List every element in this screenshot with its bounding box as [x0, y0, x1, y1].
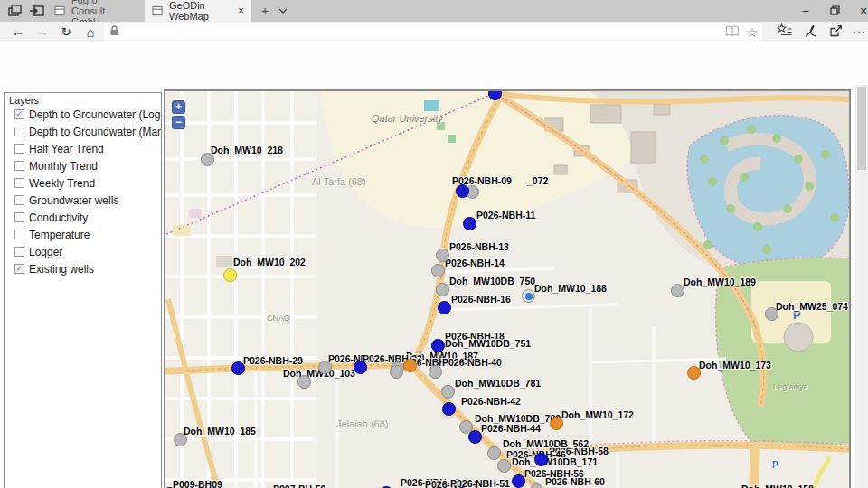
well-marker-gray[interactable]	[487, 446, 501, 460]
layer-checkbox[interactable]	[14, 178, 24, 188]
tab-fugro[interactable]: Fugro Consult GmbH	[47, 0, 141, 22]
back-button[interactable]: ←	[9, 23, 27, 41]
settings-ellipsis-icon[interactable]: ⋯	[850, 23, 868, 41]
page-favicon-icon	[54, 5, 66, 16]
well-marker-Doh_MW10_103[interactable]	[297, 375, 311, 389]
tab-geodin-webmap[interactable]: GeODin WebMap ×	[145, 0, 251, 22]
layer-row-3: Monthly Trend	[14, 160, 161, 172]
well-marker-P026-NBH-16[interactable]	[438, 301, 451, 314]
well-marker-P026-NBH-13[interactable]	[436, 249, 449, 262]
reading-view-icon[interactable]	[722, 24, 742, 41]
web-page: Layers ✓Depth to Groundwater (Logger)Dep…	[0, 42, 868, 488]
chevron-down-icon[interactable]	[277, 5, 289, 16]
well-marker-Doh_MW10DB_750[interactable]	[436, 283, 449, 296]
well-marker-Doh_MW10_218[interactable]	[201, 153, 214, 166]
restore-button[interactable]	[821, 0, 848, 22]
well-marker-P026-NBH-56[interactable]	[512, 474, 525, 488]
map-canvas[interactable]: Qatar UniversityAl Tarfa (68)CNAQJelaiah…	[164, 89, 851, 488]
layer-row-2: Half Year Trend	[14, 143, 161, 155]
layer-checkbox[interactable]	[14, 161, 24, 171]
well-marker-P026-NBH-60[interactable]	[530, 483, 543, 488]
well-marker-blue[interactable]	[488, 89, 502, 100]
home-button[interactable]: ⌂	[81, 23, 99, 41]
layer-label: Existing wells	[29, 263, 94, 276]
layer-row-0: ✓Depth to Groundwater (Logger)	[14, 108, 161, 120]
browser-window: Fugro Consult GmbH GeODin WebMap × + – ×…	[0, 0, 868, 488]
refresh-button[interactable]: ↻	[57, 23, 75, 41]
well-marker-P026-NBH-11[interactable]	[463, 217, 476, 230]
layer-row-9: ✓Existing wells	[14, 263, 161, 275]
layers-panel-title: Layers	[9, 95, 161, 106]
layer-checkbox[interactable]	[14, 144, 24, 154]
layers-list: ✓Depth to Groundwater (Logger)Depth to G…	[5, 108, 161, 275]
scrollbar-thumb[interactable]	[857, 87, 866, 170]
layer-label: Half Year Trend	[29, 143, 104, 155]
layers-panel: Layers ✓Depth to Groundwater (Logger)Dep…	[4, 92, 162, 488]
layer-row-5: Groundwater wells	[14, 194, 161, 206]
zoom-in-button[interactable]: +	[172, 100, 185, 114]
new-tab-button[interactable]: +	[257, 2, 273, 20]
layer-row-1: Depth to Groundwater (Manual)	[14, 126, 161, 137]
minimize-button[interactable]: –	[792, 0, 819, 22]
well-marker-Doh_MW10_173[interactable]	[687, 366, 701, 380]
well-marker-gray[interactable]	[429, 365, 442, 379]
layer-checkbox[interactable]: ✓	[14, 264, 24, 274]
well-marker-P026-NBH-44[interactable]	[468, 430, 482, 444]
tab-bar: Fugro Consult GmbH GeODin WebMap × + – ×	[0, 0, 868, 22]
hub-icon[interactable]	[776, 23, 794, 41]
layer-row-4: Weekly Trend	[14, 177, 161, 189]
well-marker-blue[interactable]	[354, 361, 367, 374]
layer-checkbox[interactable]	[14, 247, 24, 257]
layer-checkbox[interactable]	[14, 127, 24, 136]
well-marker-Doh_MW10_172[interactable]	[550, 417, 563, 430]
well-marker-Doh_MW10_187[interactable]	[403, 359, 417, 372]
well-marker-gray[interactable]	[318, 361, 332, 374]
share-icon[interactable]	[826, 23, 844, 41]
web-note-pen-icon[interactable]	[801, 23, 819, 41]
lock-icon	[104, 24, 124, 41]
well-marker-Doh_MW10_185[interactable]	[174, 433, 187, 446]
restore-icon	[830, 5, 840, 15]
forward-button[interactable]: →	[33, 23, 52, 41]
well-marker-P026-NBH-09[interactable]	[456, 184, 469, 198]
page-scrollbar[interactable]	[855, 85, 868, 488]
address-bar[interactable]: ☆	[104, 23, 762, 41]
layer-label: Depth to Groundwater (Logger)	[29, 108, 162, 121]
layer-label: Weekly Trend	[29, 177, 95, 190]
layer-row-8: Logger	[14, 246, 161, 258]
navigation-bar: ← → ↻ ⌂ ☆	[0, 22, 868, 42]
zoom-out-button[interactable]: −	[172, 116, 185, 129]
close-window-button[interactable]: ×	[850, 0, 868, 22]
layer-row-6: Conductivity	[14, 211, 161, 223]
layer-label: Temperature	[29, 229, 90, 241]
well-marker-Doh_MW10_202[interactable]	[223, 268, 237, 282]
layer-checkbox[interactable]	[14, 195, 24, 205]
close-tab-icon[interactable]: ×	[238, 6, 244, 15]
well-marker-P026-NBH-58[interactable]	[534, 453, 548, 466]
selected-well-dot	[525, 293, 533, 300]
well-marker-P026-NBH-14[interactable]	[431, 264, 445, 277]
layer-checkbox[interactable]: ✓	[14, 109, 24, 119]
well-marker-Doh_MW10DB_781[interactable]	[441, 385, 455, 399]
well-marker-gray[interactable]	[497, 459, 511, 473]
layer-checkbox[interactable]	[14, 212, 24, 222]
layer-label: Depth to Groundwater (Manual)	[29, 126, 162, 138]
well-marker-P026-NBH-42[interactable]	[442, 402, 456, 416]
well-marker-Doh_MW25_074[interactable]	[765, 307, 778, 321]
layer-label: Monthly Trend	[29, 160, 98, 173]
well-marker-blue[interactable]	[431, 339, 445, 352]
tab-preview-icon[interactable]	[7, 4, 24, 18]
well-marker-Doh_MW10_189[interactable]	[671, 284, 684, 297]
page-favicon-icon	[152, 5, 164, 16]
tab-label: GeODin WebMap	[169, 0, 229, 22]
well-marker-gray[interactable]	[390, 365, 403, 379]
well-marker-Doh_MW10_188[interactable]	[522, 289, 535, 303]
well-marker-P026-NBH-29[interactable]	[231, 361, 245, 375]
layer-label: Conductivity	[29, 211, 88, 224]
favorite-star-icon[interactable]: ☆	[742, 25, 762, 40]
layer-row-7: Temperature	[14, 229, 161, 240]
layer-checkbox[interactable]	[14, 230, 24, 239]
markers-layer	[165, 91, 849, 488]
layer-label: Logger	[29, 246, 62, 258]
set-tabs-aside-icon[interactable]	[29, 4, 45, 18]
